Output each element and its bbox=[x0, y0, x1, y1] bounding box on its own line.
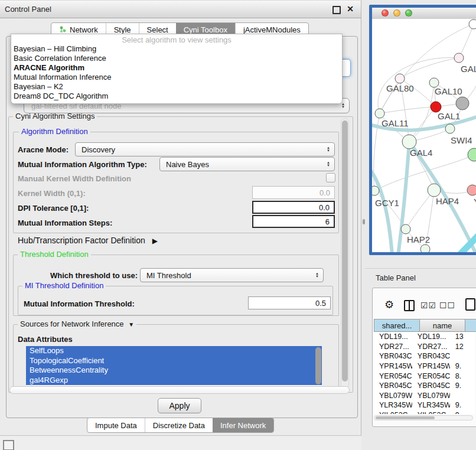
network-node-gcy1[interactable] bbox=[372, 186, 379, 195]
aracne-mode-value: Discovery bbox=[81, 145, 115, 154]
mi-steps-field[interactable]: 6 bbox=[252, 215, 335, 228]
mac-minimize-button[interactable] bbox=[393, 9, 400, 17]
table-cell: YBR043C bbox=[412, 352, 450, 360]
table-row[interactable]: YBL079WYBL079W bbox=[374, 391, 475, 401]
table-cell: YDR27... bbox=[412, 343, 450, 351]
table-row[interactable]: YIL052CYIL052C9. bbox=[374, 410, 475, 414]
sources-group-title[interactable]: Sources for Network Inference ▼ bbox=[18, 319, 136, 328]
table-cell: YDL19... bbox=[412, 332, 450, 341]
network-node-gal4[interactable] bbox=[402, 135, 416, 149]
table-row[interactable]: YER054CYER054C8. bbox=[374, 371, 475, 381]
hub-definition-expander[interactable]: Hub/Transcription Factor Definition ▶ bbox=[18, 236, 158, 245]
network-canvas[interactable]: GALGAL80GAL10GAL1GAL11SWI4GAL4GCY1HAP4YH… bbox=[372, 19, 476, 252]
network-node[interactable] bbox=[456, 97, 469, 110]
close-panel-icon[interactable]: ✕ bbox=[347, 4, 354, 14]
network-node-gal11[interactable] bbox=[375, 109, 384, 118]
algorithm-item-dream8-dc-tdc-algorithm[interactable]: Dream8 DC_TDC Algorithm bbox=[11, 92, 342, 101]
tab-jactivemnodules-label: jActiveMNodules bbox=[243, 25, 301, 34]
kernel-width-field[interactable]: 0.0 bbox=[252, 186, 335, 199]
document-icon[interactable] bbox=[465, 298, 475, 311]
threshold-definition-title: Threshold Definition bbox=[18, 250, 91, 259]
algorithm-definition-title: Algorithm Definition bbox=[19, 127, 90, 136]
column-header-name[interactable]: name bbox=[420, 319, 465, 332]
mi-steps-label: Mutual Information Steps: bbox=[18, 219, 112, 227]
attribute-item-selfloops[interactable]: SelfLoops bbox=[26, 346, 322, 356]
bottom-tab-discretize-data-label: Discretize Data bbox=[153, 421, 205, 430]
network-node-hap4[interactable] bbox=[428, 184, 441, 197]
bottom-tab-discretize-data[interactable]: Discretize Data bbox=[145, 418, 213, 432]
dpi-tolerance-label: DPI Tolerance [0,1]: bbox=[18, 204, 89, 213]
algorithm-item-bayesian-k2[interactable]: Bayesian – K2 bbox=[11, 82, 342, 92]
algorithm-list: Bayesian – Hill ClimbingBasic Correlatio… bbox=[11, 44, 342, 101]
mi-threshold-label: Mutual Information Threshold: bbox=[24, 299, 135, 308]
combo-stepper-icon: ▲▼ bbox=[327, 161, 330, 167]
which-threshold-combo[interactable]: MI Threshold ▲▼ bbox=[140, 268, 324, 282]
mi-type-combo[interactable]: Naive Bayes ▲▼ bbox=[159, 157, 335, 171]
gear-icon[interactable]: ⚙ bbox=[384, 298, 394, 311]
network-graph: GALGAL80GAL10GAL1GAL11SWI4GAL4GCY1HAP4YH… bbox=[372, 19, 476, 252]
table-row[interactable]: YBR045CYBR045C9. bbox=[374, 381, 475, 391]
network-node-gal[interactable] bbox=[454, 53, 464, 63]
panel-divider-handle[interactable] bbox=[363, 219, 365, 224]
table-cell: YDR27... bbox=[374, 343, 412, 351]
mac-close-button[interactable] bbox=[382, 9, 389, 17]
network-node-gal80[interactable] bbox=[395, 74, 405, 83]
table-cell: YIL052C bbox=[412, 411, 450, 414]
attributes-scrollbar[interactable] bbox=[315, 347, 321, 384]
table-row[interactable]: YBR043CYBR043C bbox=[374, 351, 475, 361]
table-row[interactable]: YLR345WYLR345W9. bbox=[374, 400, 475, 410]
table-cell: YLR345W bbox=[374, 401, 412, 409]
table-hscrollbar-thumb[interactable] bbox=[376, 416, 435, 419]
select-all-checkboxes-icon[interactable]: ☑☑ bbox=[420, 301, 436, 310]
docked-panel-icon[interactable] bbox=[3, 440, 14, 450]
mi-type-label: Mutual Information Algorithm Type: bbox=[18, 160, 147, 169]
float-window-icon[interactable] bbox=[332, 6, 341, 14]
table-row[interactable]: YDL19...YDL19...13 bbox=[374, 332, 475, 342]
network-node-y[interactable] bbox=[467, 185, 476, 195]
column-header-2[interactable] bbox=[465, 319, 476, 332]
table-cell: YBR045C bbox=[374, 381, 412, 390]
algorithm-item-bayesian-hill-climbing[interactable]: Bayesian – Hill Climbing bbox=[11, 44, 342, 54]
node-label-gal11: GAL11 bbox=[382, 118, 409, 128]
network-thick-edges bbox=[372, 112, 476, 252]
algorithm-item-aracne-algorithm[interactable]: ARACNE Algorithm bbox=[11, 63, 342, 73]
column-layout-icon[interactable] bbox=[404, 300, 415, 311]
table-row[interactable]: YDR27...YDR27...12 bbox=[374, 342, 475, 352]
data-attributes-list[interactable]: SelfLoopsTopologicalCoefficientBetweenne… bbox=[26, 346, 322, 386]
tab-network-label: Network bbox=[70, 25, 98, 34]
network-node-swi4[interactable] bbox=[445, 124, 455, 133]
attribute-item-betweennesscentrality[interactable]: BetweennessCentrality bbox=[26, 366, 322, 376]
table-cell: 12 bbox=[450, 343, 475, 351]
node-label-gcy1: GCY1 bbox=[375, 198, 399, 208]
table-cell: YER054C bbox=[412, 372, 450, 380]
network-node[interactable] bbox=[468, 148, 476, 161]
network-node-hap2[interactable] bbox=[401, 224, 410, 234]
algorithm-item-basic-correlation-inference[interactable]: Basic Correlation Inference bbox=[11, 54, 342, 63]
mi-threshold-field[interactable]: 0.5 bbox=[248, 296, 331, 309]
aracne-mode-combo[interactable]: Discovery ▲▼ bbox=[75, 142, 335, 156]
network-view-window: GALGAL80GAL10GAL1GAL11SWI4GAL4GCY1HAP4YH… bbox=[369, 5, 476, 255]
attribute-item-topologicalcoefficient[interactable]: TopologicalCoefficient bbox=[26, 356, 322, 366]
dpi-tolerance-field[interactable]: 0.0 bbox=[252, 201, 335, 214]
bottom-tab-impute-data[interactable]: Impute Data bbox=[87, 418, 145, 432]
network-node[interactable] bbox=[420, 244, 430, 252]
column-header-shared[interactable]: shared... bbox=[374, 319, 420, 332]
algorithm-item-mutual-information-inference[interactable]: Mutual Information Inference bbox=[11, 73, 342, 82]
mi-type-value: Naive Bayes bbox=[166, 160, 209, 169]
table-cell: YIL052C bbox=[374, 411, 412, 414]
attribute-item-gal4rgexp[interactable]: gal4RGexp bbox=[26, 376, 322, 386]
table-cell: 9. bbox=[450, 362, 475, 370]
table-row[interactable]: YPR145WYPR145W9. bbox=[374, 361, 475, 371]
settings-vscrollbar-thumb[interactable] bbox=[342, 120, 348, 381]
data-attributes-label: Data Attributes bbox=[18, 335, 73, 344]
bottom-tab-impute-data-label: Impute Data bbox=[95, 421, 137, 430]
network-node[interactable] bbox=[469, 19, 476, 29]
deselect-checkboxes-icon[interactable]: ☐☐ bbox=[439, 301, 455, 310]
mac-zoom-button[interactable] bbox=[405, 9, 412, 17]
settings-hscrollbar[interactable] bbox=[9, 386, 350, 394]
manual-kernel-checkbox[interactable] bbox=[326, 173, 335, 182]
bottom-tab-infer-network[interactable]: Infer Network bbox=[213, 418, 273, 432]
table-panel-title: Table Panel bbox=[376, 273, 416, 282]
apply-button[interactable]: Apply bbox=[158, 398, 201, 413]
network-window-titlebar bbox=[372, 8, 476, 19]
